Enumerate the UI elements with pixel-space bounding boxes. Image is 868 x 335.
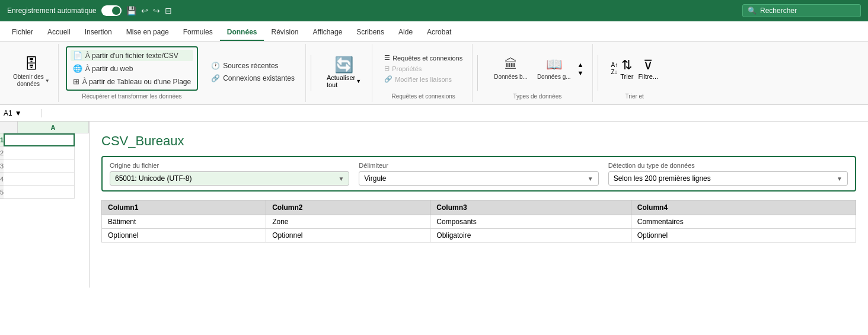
tab-mise-en-page[interactable]: Mise en page [119, 24, 176, 41]
table-header-row: Column1 Column2 Column3 Column4 [102, 200, 856, 215]
save-icon[interactable]: 💾 [126, 6, 136, 15]
spreadsheet-row-1: 1 [0, 133, 89, 146]
table-row: Optionnel Optionnel Obligatoire Optionne… [102, 229, 856, 243]
trier-icon: ⇅ [621, 58, 632, 73]
tab-accueil[interactable]: Accueil [40, 24, 78, 41]
col-header-a[interactable]: A [18, 122, 89, 133]
cell-a3[interactable] [4, 159, 75, 173]
cell-reference[interactable]: A1 ▼ [0, 109, 42, 117]
proprietes-button[interactable]: ⊟ Propriétés [383, 64, 464, 73]
autosave-toggle[interactable] [101, 5, 122, 16]
building-icon: 🏛 [505, 57, 518, 72]
modifier-liaisons-button[interactable]: 🔗 Modifier les liaisons [383, 75, 464, 84]
liaisons-label: Modifier les liaisons [395, 76, 452, 83]
tab-aide[interactable]: Aide [391, 24, 420, 41]
actualiser-content: 🔄 Actualisertout ▼ [321, 46, 367, 97]
link-icon: 🔗 [384, 75, 392, 83]
ribbon-group-obtenir: 🗄 Obtenir desdonnées ▼ [5, 44, 59, 102]
tab-affichage[interactable]: Affichage [306, 24, 350, 41]
header-corner [0, 122, 18, 133]
undo-icon[interactable]: ↩ [141, 6, 148, 15]
tab-scribens[interactable]: Scribens [349, 24, 391, 41]
donnees-b-button[interactable]: 🏛 Données b... [491, 55, 531, 82]
main-area: A 1 2 3 4 5 [0, 122, 868, 288]
actualiser-arrow: ▼ [356, 78, 361, 84]
search-icon: 🔍 [748, 7, 757, 15]
customize-icon[interactable]: ⊟ [165, 6, 172, 15]
tab-formules[interactable]: Formules [176, 24, 220, 41]
trier-group: A↑ Z↓ ⇅ Trier ⊽ Filtre... [608, 55, 662, 82]
obtenir-content: 🗄 Obtenir desdonnées ▼ [9, 46, 53, 97]
csv-label: À partir d'un fichier texte/CSV [85, 52, 178, 60]
types-up-icon[interactable]: ▲ [577, 61, 584, 68]
types-group: 🏛 Données b... 📖 Données g... ▲ ▼ [487, 53, 587, 84]
separator-2 [477, 55, 478, 91]
requetes-group: ☰ Requêtes et connexions ⊟ Propriétés 🔗 … [379, 51, 467, 86]
types-down-icon[interactable]: ▼ [577, 69, 584, 76]
origine-chevron: ▼ [338, 176, 344, 182]
origine-label: Origine du fichier [110, 162, 349, 169]
sort-icons-group: A↑ Z↓ [611, 62, 618, 75]
title-bar-left: Enregistrement automatique 💾 ↩ ↪ ⊟ [7, 5, 735, 16]
obtenir-label: Obtenir desdonnées [13, 74, 44, 88]
types-group-label: Types de données [513, 93, 561, 100]
filtrer-label: Filtre... [638, 73, 658, 80]
spreadsheet-header: A [0, 122, 89, 133]
csv-source-button[interactable]: 📄 À partir d'un fichier texte/CSV [71, 50, 194, 61]
requetes-content: ☰ Requêtes et connexions ⊟ Propriétés 🔗 … [379, 46, 467, 91]
donnees-g-button[interactable]: 📖 Données g... [534, 55, 574, 82]
trier-group-label: Trier et [626, 93, 644, 100]
ribbon-group-recentes: 🕐 Sources récentes 🔗 Connexions existant… [200, 44, 306, 102]
cell-ref-value: A1 [4, 109, 12, 117]
spreadsheet-row-4: 4 [0, 173, 89, 186]
refresh-icon: 🔄 [334, 56, 353, 74]
cell-optionnel-3: Optionnel [631, 229, 856, 243]
tab-fichier[interactable]: Fichier [5, 24, 40, 41]
delimiteur-value: Virgule [364, 174, 386, 183]
preview-title: CSV_Bureaux [101, 133, 856, 149]
cell-ref-arrow: ▼ [15, 109, 22, 117]
detection-label: Détection du type de données [608, 162, 848, 169]
web-source-button[interactable]: 🌐 À partir du web [71, 63, 194, 74]
spreadsheet-row-5: 5 [0, 186, 89, 199]
ribbon-group-types: 🏛 Données b... 📖 Données g... ▲ ▼ Types … [483, 44, 592, 102]
search-label: Rechercher [760, 7, 797, 15]
origine-group: Origine du fichier 65001: Unicode (UTF-8… [110, 162, 349, 186]
ribbon-group-sources: 📄 À partir d'un fichier texte/CSV 🌐 À pa… [61, 44, 199, 102]
ribbon-content: 🗄 Obtenir desdonnées ▼ 📄 À partir d'un f… [0, 42, 868, 105]
ribbon-group-actualiser: 🔄 Actualisertout ▼ [316, 44, 372, 102]
redo-icon[interactable]: ↪ [153, 6, 160, 15]
requetes-label: Requêtes et connexions [392, 55, 462, 62]
obtenir-donnees-button[interactable]: 🗄 Obtenir desdonnées ▼ [9, 53, 53, 90]
tab-insertion[interactable]: Insertion [78, 24, 119, 41]
tab-donnees[interactable]: Données [220, 24, 264, 41]
requetes-connexions-button[interactable]: ☰ Requêtes et connexions [383, 53, 464, 62]
separator-3 [598, 55, 598, 91]
tableau-source-button[interactable]: ⊞ À partir de Tableau ou d'une Plage [71, 76, 194, 87]
origine-select[interactable]: 65001: Unicode (UTF-8) ▼ [110, 171, 349, 186]
delimiteur-select[interactable]: Virgule ▼ [359, 171, 598, 186]
tab-revision[interactable]: Révision [264, 24, 305, 41]
detection-select[interactable]: Selon les 200 premières lignes ▼ [608, 171, 848, 186]
table-row: Bâtiment Zone Composants Commentaires [102, 215, 856, 229]
detection-group: Détection du type de données Selon les 2… [608, 162, 848, 186]
tab-acrobat[interactable]: Acrobat [420, 24, 458, 41]
spreadsheet-row-3: 3 [0, 159, 89, 173]
cell-a2[interactable] [4, 146, 75, 159]
filter-icon: ⊽ [643, 58, 653, 73]
donnees-g-label: Données g... [537, 74, 571, 80]
spreadsheet-row-2: 2 [0, 146, 89, 159]
separator-1 [311, 55, 311, 91]
cell-a4[interactable] [4, 173, 75, 186]
donnees-b-label: Données b... [494, 74, 528, 80]
search-box[interactable]: 🔍 Rechercher [742, 4, 861, 17]
connexions-existantes-button[interactable]: 🔗 Connexions existantes [209, 73, 297, 84]
cell-a5[interactable] [4, 186, 75, 199]
types-content: 🏛 Données b... 📖 Données g... ▲ ▼ [487, 46, 587, 91]
query-icon: ☰ [384, 54, 390, 62]
recent-icon: 🕐 [211, 62, 220, 70]
cell-a1[interactable] [4, 133, 75, 146]
csv-icon: 📄 [73, 51, 82, 60]
web-label: À partir du web [85, 65, 133, 73]
sources-recentes-button[interactable]: 🕐 Sources récentes [209, 60, 297, 71]
